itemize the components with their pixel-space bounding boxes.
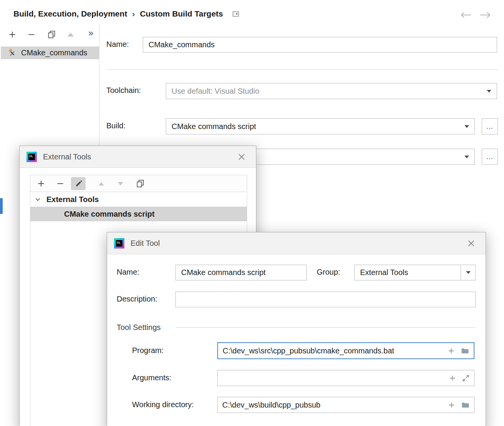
chevron-down-icon xyxy=(464,156,469,158)
insert-macro-plus-icon[interactable] xyxy=(449,375,456,381)
dialog-window-icon[interactable] xyxy=(233,11,239,17)
target-name-value: CMake_commands xyxy=(149,40,215,49)
remove-target-icon[interactable] xyxy=(28,31,35,38)
tree-child-label: CMake commands script xyxy=(64,210,155,219)
toolchain-label: Toolchain: xyxy=(106,86,141,95)
insert-macro-plus-icon[interactable] xyxy=(448,402,455,408)
program-field-actions xyxy=(448,348,469,354)
group-label: Group: xyxy=(317,268,340,277)
group-value: External Tools xyxy=(355,268,413,277)
copy-tool-icon[interactable] xyxy=(136,179,144,187)
target-list-item-label: CMake_commands xyxy=(21,48,87,57)
external-tools-title: External Tools xyxy=(43,152,238,161)
move-down-icon[interactable] xyxy=(118,182,123,186)
description-field[interactable] xyxy=(175,292,476,307)
program-label: Program: xyxy=(132,346,164,355)
group-select[interactable]: External Tools xyxy=(354,265,476,280)
breadcrumb-separator-icon: › xyxy=(132,9,135,18)
back-arrow-icon[interactable] xyxy=(460,11,472,19)
breadcrumb-section[interactable]: Build, Execution, Deployment xyxy=(13,9,127,18)
edit-tool-titlebar: CL Edit Tool xyxy=(107,232,486,254)
expand-field-icon[interactable] xyxy=(462,375,469,382)
build-label: Build: xyxy=(106,121,126,130)
hidden-row-browse-button[interactable]: ... xyxy=(482,149,498,165)
external-tools-toolbar xyxy=(30,175,247,192)
form-separator xyxy=(106,70,498,70)
tool-name-label: Name: xyxy=(117,268,139,277)
clion-logo-icon: CL xyxy=(114,238,124,249)
group-select-button[interactable] xyxy=(461,265,475,280)
add-tool-icon[interactable] xyxy=(37,180,45,187)
external-tools-titlebar: CL External Tools xyxy=(20,146,256,168)
working-directory-field-actions xyxy=(448,402,469,408)
close-icon[interactable] xyxy=(468,240,475,247)
chevron-down-icon xyxy=(466,271,471,274)
pencil-icon xyxy=(75,180,82,187)
close-icon[interactable] xyxy=(238,153,245,161)
section-separator xyxy=(176,327,476,328)
working-directory-field[interactable]: C:\dev_ws\build\cpp_pubsub xyxy=(217,397,474,413)
build-target-icon xyxy=(8,49,16,57)
build-value: CMake commands script xyxy=(172,122,256,131)
breadcrumb-page: Custom Build Targets xyxy=(140,9,223,18)
tree-root-row[interactable]: External Tools xyxy=(30,192,247,207)
chevron-down-icon xyxy=(487,90,491,93)
tool-settings-section-title: Tool Settings xyxy=(117,323,161,332)
forward-arrow-icon[interactable] xyxy=(479,11,491,19)
edit-tool-title: Edit Tool xyxy=(131,239,468,248)
tree-child-row[interactable]: CMake commands script xyxy=(30,207,247,221)
description-label: Description: xyxy=(117,295,157,303)
tool-name-value: CMake commands script xyxy=(181,268,266,277)
program-field[interactable]: C:\dev_ws\src\cpp_pubsub\cmake_commands.… xyxy=(217,342,474,359)
remove-tool-icon[interactable] xyxy=(56,180,64,187)
copy-target-icon[interactable] xyxy=(48,30,56,38)
tree-root-label: External Tools xyxy=(46,195,99,204)
clion-logo-icon: CL xyxy=(26,152,37,162)
build-browse-button[interactable]: ... xyxy=(482,118,498,134)
chevron-down-icon xyxy=(464,125,469,128)
toolchain-value: Use default: Visual Studio xyxy=(172,87,259,96)
build-select[interactable]: CMake commands script xyxy=(166,118,475,134)
target-list-item[interactable]: CMake_commands xyxy=(1,46,99,59)
target-name-label: Name: xyxy=(106,40,129,49)
more-actions-icon[interactable]: » xyxy=(88,28,93,38)
settings-nav-selection-accent xyxy=(0,198,3,214)
chevron-expanded-icon[interactable] xyxy=(35,198,40,201)
edit-tool-button[interactable] xyxy=(71,177,86,190)
browse-folder-icon[interactable] xyxy=(461,348,469,354)
add-target-icon[interactable] xyxy=(8,31,16,38)
insert-macro-plus-icon[interactable] xyxy=(448,348,454,354)
browse-folder-icon[interactable] xyxy=(461,402,469,408)
arguments-label: Arguments: xyxy=(132,373,171,382)
move-up-icon[interactable] xyxy=(99,182,104,186)
arguments-field[interactable] xyxy=(217,370,474,386)
target-name-field[interactable]: CMake_commands xyxy=(143,37,497,53)
program-value: C:\dev_ws\src\cpp_pubsub\cmake_commands.… xyxy=(223,346,394,355)
working-directory-value: C:\dev_ws\build\cpp_pubsub xyxy=(222,401,321,409)
working-directory-label: Working directory: xyxy=(132,400,194,409)
breadcrumb: Build, Execution, Deployment › Custom Bu… xyxy=(13,9,239,18)
clion-settings-page: Build, Execution, Deployment › Custom Bu… xyxy=(0,0,504,426)
edit-tool-dialog: CL Edit Tool Name: CMake commands script… xyxy=(107,232,486,426)
tool-name-field[interactable]: CMake commands script xyxy=(175,265,307,280)
arguments-field-actions xyxy=(449,375,469,382)
toolchain-select[interactable]: Use default: Visual Studio xyxy=(166,83,497,99)
move-up-icon[interactable] xyxy=(68,33,74,36)
history-nav xyxy=(460,11,491,19)
